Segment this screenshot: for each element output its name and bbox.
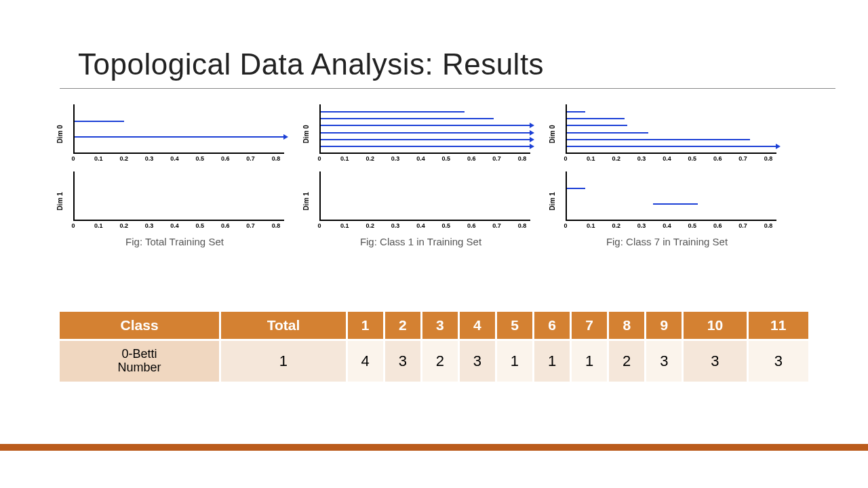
x-tick-label: 0.1 bbox=[583, 222, 599, 233]
plot-area bbox=[73, 171, 284, 221]
y-axis-label: Dim 0 bbox=[549, 125, 556, 143]
y-axis-label: Dim 0 bbox=[56, 125, 64, 143]
plot-column-class1: Dim 000.10.20.30.40.50.60.70.8 Dim 100.1… bbox=[307, 102, 534, 247]
table-header-row: ClassTotal1234567891011 bbox=[60, 312, 808, 340]
x-tick-label: 0.3 bbox=[141, 155, 157, 166]
caption: Fig: Total Training Set bbox=[125, 236, 224, 247]
x-tick-label: 0.6 bbox=[709, 222, 726, 233]
row-label-cell: 0-BettiNumber bbox=[60, 340, 220, 382]
barcode-plot: Dim 100.10.20.30.40.50.60.70.8 bbox=[553, 169, 781, 233]
x-tick-label: 0 bbox=[557, 155, 574, 166]
x-tick-label: 0.4 bbox=[413, 222, 429, 233]
y-axis-label: Dim 1 bbox=[549, 192, 556, 210]
persistence-bar bbox=[321, 132, 530, 134]
x-tick-label: 0.3 bbox=[387, 155, 403, 166]
x-tick-label: 0.2 bbox=[608, 222, 625, 233]
x-ticks: 00.10.20.30.40.50.60.70.8 bbox=[566, 222, 776, 233]
arrow-icon bbox=[776, 144, 781, 149]
persistence-bar bbox=[567, 118, 625, 119]
barcode-plot: Dim 100.10.20.30.40.50.60.70.8 bbox=[61, 169, 288, 233]
table-header-cell: 8 bbox=[608, 312, 646, 340]
x-tick-label: 0 bbox=[311, 222, 328, 233]
arrow-icon bbox=[530, 137, 534, 142]
x-tick-label: 0.3 bbox=[633, 222, 650, 233]
x-ticks: 00.10.20.30.40.50.60.70.8 bbox=[73, 222, 284, 233]
plot-area bbox=[566, 104, 776, 154]
x-tick-label: 0.5 bbox=[192, 222, 208, 233]
plot-grid: Dim 000.10.20.30.40.50.60.70.8 Dim 100.1… bbox=[61, 102, 781, 247]
table-header-cell: 9 bbox=[646, 312, 683, 340]
x-tick-label: 0.8 bbox=[268, 222, 284, 233]
title-underline bbox=[60, 88, 835, 89]
persistence-bar bbox=[321, 111, 465, 113]
page-title: Topological Data Analysis: Results bbox=[78, 47, 544, 81]
plot-area bbox=[319, 104, 530, 154]
plot-column-total: Dim 000.10.20.30.40.50.60.70.8 Dim 100.1… bbox=[61, 102, 288, 247]
barcode-plot: Dim 100.10.20.30.40.50.60.70.8 bbox=[307, 169, 534, 233]
table-cell: 2 bbox=[608, 340, 646, 382]
x-tick-label: 0.5 bbox=[192, 155, 208, 166]
x-tick-label: 0.6 bbox=[463, 222, 479, 233]
plot-column-class7: Dim 000.10.20.30.40.50.60.70.8 Dim 100.1… bbox=[553, 102, 781, 247]
x-tick-label: 0.7 bbox=[243, 222, 259, 233]
x-tick-label: 0.4 bbox=[413, 155, 429, 166]
persistence-bar bbox=[567, 132, 648, 134]
table-header-cell: 2 bbox=[384, 312, 421, 340]
x-tick-label: 0.6 bbox=[463, 155, 479, 166]
persistence-bar bbox=[75, 136, 284, 138]
x-tick-label: 0 bbox=[311, 155, 328, 166]
x-tick-label: 0.1 bbox=[90, 222, 106, 233]
table-cell: 3 bbox=[384, 340, 421, 382]
table-cell: 4 bbox=[347, 340, 384, 382]
table-cell: 1 bbox=[534, 340, 571, 382]
x-tick-label: 0.2 bbox=[116, 155, 132, 166]
persistence-bar bbox=[321, 139, 530, 140]
x-tick-label: 0.1 bbox=[336, 222, 353, 233]
plot-area bbox=[566, 171, 776, 221]
x-tick-label: 0.4 bbox=[659, 155, 675, 166]
results-table: ClassTotal1234567891011 0-BettiNumber143… bbox=[60, 312, 808, 382]
x-tick-label: 0.3 bbox=[633, 155, 650, 166]
arrow-icon bbox=[530, 130, 534, 136]
persistence-bar bbox=[567, 125, 627, 126]
arrow-icon bbox=[283, 134, 288, 140]
x-tick-label: 0.2 bbox=[362, 155, 378, 166]
x-tick-label: 0.3 bbox=[387, 222, 403, 233]
table-cell: 1 bbox=[571, 340, 608, 382]
x-tick-label: 0.2 bbox=[116, 222, 132, 233]
x-ticks: 00.10.20.30.40.50.60.70.8 bbox=[319, 155, 530, 166]
x-tick-label: 0.7 bbox=[243, 155, 259, 166]
persistence-bar bbox=[567, 139, 750, 140]
caption: Fig: Class 1 in Training Set bbox=[360, 236, 481, 247]
persistence-bar bbox=[567, 188, 585, 189]
x-tick-label: 0.6 bbox=[217, 155, 233, 166]
x-tick-label: 0.1 bbox=[90, 155, 106, 166]
x-tick-label: 0.5 bbox=[684, 155, 701, 166]
x-tick-label: 0.4 bbox=[167, 222, 183, 233]
persistence-bar bbox=[567, 111, 585, 113]
persistence-bar bbox=[567, 146, 776, 147]
x-tick-label: 0.4 bbox=[659, 222, 675, 233]
caption: Fig: Class 7 in Training Set bbox=[606, 236, 728, 247]
table-row: 0-BettiNumber143231112333 bbox=[60, 340, 808, 382]
x-tick-label: 0.4 bbox=[167, 155, 183, 166]
x-tick-label: 0 bbox=[557, 222, 574, 233]
x-ticks: 00.10.20.30.40.50.60.70.8 bbox=[566, 155, 776, 166]
x-tick-label: 0.7 bbox=[489, 222, 505, 233]
table-cell: 3 bbox=[683, 340, 747, 382]
arrow-icon bbox=[530, 123, 534, 128]
y-axis-label: Dim 0 bbox=[302, 125, 310, 143]
persistence-bar bbox=[321, 118, 494, 119]
x-tick-label: 0.3 bbox=[141, 222, 157, 233]
x-tick-label: 0.7 bbox=[489, 155, 505, 166]
barcode-plot: Dim 000.10.20.30.40.50.60.70.8 bbox=[553, 102, 781, 166]
table-header-cell: Class bbox=[60, 312, 220, 340]
x-ticks: 00.10.20.30.40.50.60.70.8 bbox=[73, 155, 284, 166]
y-axis-label: Dim 1 bbox=[56, 192, 64, 210]
x-ticks: 00.10.20.30.40.50.60.70.8 bbox=[319, 222, 530, 233]
table-header-cell: 7 bbox=[571, 312, 608, 340]
x-tick-label: 0.1 bbox=[583, 155, 599, 166]
x-tick-label: 0 bbox=[65, 155, 81, 166]
table-header-cell: 1 bbox=[347, 312, 384, 340]
table-header-cell: 10 bbox=[683, 312, 747, 340]
